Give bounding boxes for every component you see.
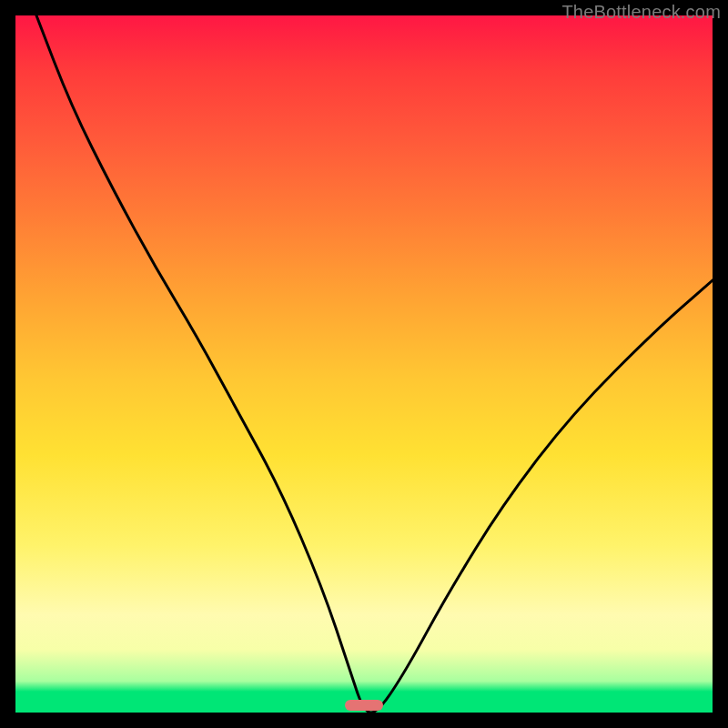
plot-area	[15, 15, 713, 713]
bottleneck-curve	[15, 15, 713, 713]
optimal-range-marker	[345, 700, 383, 711]
chart-frame: TheBottleneck.com	[0, 0, 728, 728]
watermark-text: TheBottleneck.com	[561, 2, 721, 23]
